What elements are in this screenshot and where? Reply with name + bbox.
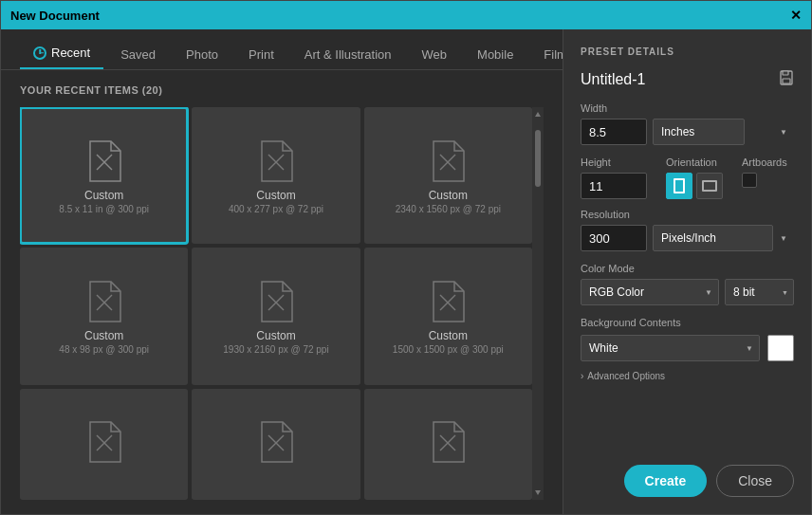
- resolution-row: Pixels/Inch Pixels/Centimeter: [581, 225, 794, 251]
- preset-name: Custom: [429, 189, 468, 202]
- preset-size: 1930 x 2160 px @ 72 ppi: [223, 344, 328, 355]
- tabs-bar: Recent Saved Photo Print Art & Illustrat…: [1, 29, 563, 70]
- bg-select-wrapper: White Black Background Color Transparent…: [581, 335, 760, 361]
- resolution-label: Resolution: [581, 209, 794, 220]
- cancel-button[interactable]: Close: [716, 465, 794, 497]
- dialog-body: Recent Saved Photo Print Art & Illustrat…: [1, 29, 811, 514]
- chevron-right-icon: ›: [581, 371, 583, 381]
- width-unit-select-wrapper: Inches Pixels Centimeters Millimeters Po…: [653, 119, 794, 145]
- presets-grid: Custom 8.5 x 11 in @ 300 ppi Custo: [20, 107, 532, 500]
- new-document-dialog: New Document ✕ Recent Saved Photo: [0, 0, 812, 515]
- save-preset-icon[interactable]: [779, 70, 794, 89]
- orientation-group: Orientation: [666, 156, 723, 199]
- resolution-unit-wrapper: Pixels/Inch Pixels/Centimeter: [653, 225, 794, 251]
- preset-name: Custom: [429, 329, 468, 342]
- landscape-button[interactable]: [696, 173, 723, 199]
- left-panel: Recent Saved Photo Print Art & Illustrat…: [1, 29, 563, 514]
- bottom-buttons: Create Close: [581, 465, 794, 497]
- bg-color-swatch[interactable]: [767, 335, 794, 361]
- orientation-buttons: [666, 173, 723, 199]
- color-mode-label: Color Mode: [581, 263, 794, 274]
- dialog-title: New Document: [10, 9, 100, 23]
- color-mode-row: RGB Color CMYK Color Grayscale Lab Color…: [581, 279, 794, 305]
- bit-depth-select[interactable]: 8 bit 16 bit 32 bit: [725, 279, 794, 305]
- color-mode-select[interactable]: RGB Color CMYK Color Grayscale Lab Color…: [581, 279, 719, 305]
- preset-size: 1500 x 1500 px @ 300 ppi: [393, 344, 504, 355]
- preset-card[interactable]: Custom 8.5 x 11 in @ 300 ppi: [20, 107, 188, 244]
- bg-select[interactable]: White Black Background Color Transparent…: [581, 335, 760, 361]
- preset-size: 400 x 277 px @ 72 ppi: [229, 204, 323, 214]
- preset-card[interactable]: [364, 389, 532, 500]
- height-input[interactable]: [581, 173, 647, 199]
- tab-print[interactable]: Print: [235, 41, 287, 69]
- create-button[interactable]: Create: [624, 465, 708, 497]
- doc-name-row: [581, 70, 794, 89]
- preset-name: Custom: [256, 189, 295, 202]
- artboards-group: Artboards: [742, 156, 787, 188]
- width-row: Inches Pixels Centimeters Millimeters Po…: [581, 119, 794, 145]
- close-icon[interactable]: ✕: [790, 9, 802, 22]
- height-orient-row: Height Orientation Artboards: [581, 156, 794, 199]
- preset-details-label: PRESET DETAILS: [581, 46, 794, 57]
- tab-web[interactable]: Web: [409, 41, 461, 69]
- tab-mobile[interactable]: Mobile: [464, 41, 526, 69]
- preset-card[interactable]: Custom 48 x 98 px @ 300 ppi: [20, 248, 188, 384]
- scroll-thumb[interactable]: [535, 130, 541, 187]
- width-input[interactable]: [581, 119, 647, 145]
- portrait-icon: [674, 178, 685, 193]
- preset-card[interactable]: Custom 400 x 277 px @ 72 ppi: [192, 107, 360, 244]
- preset-card[interactable]: Custom 2340 x 1560 px @ 72 ppi: [364, 107, 532, 244]
- portrait-button[interactable]: [666, 173, 692, 199]
- preset-card[interactable]: Custom 1500 x 1500 px @ 300 ppi: [364, 248, 532, 384]
- preset-name: Custom: [256, 329, 295, 342]
- width-label: Width: [581, 102, 794, 114]
- preset-size: 48 x 98 px @ 300 ppi: [59, 344, 149, 355]
- resolution-input[interactable]: [581, 225, 647, 251]
- height-label: Height: [581, 156, 647, 168]
- resolution-unit-select[interactable]: Pixels/Inch Pixels/Centimeter: [653, 225, 773, 251]
- preset-card[interactable]: Custom 1930 x 2160 px @ 72 ppi: [192, 248, 360, 384]
- advanced-options[interactable]: › Advanced Options: [581, 371, 794, 381]
- preset-card[interactable]: [192, 389, 360, 500]
- tab-art[interactable]: Art & Illustration: [291, 41, 405, 69]
- preset-size: 2340 x 1560 px @ 72 ppi: [396, 204, 501, 214]
- tab-recent[interactable]: Recent: [20, 39, 103, 69]
- scrollbar[interactable]: [532, 107, 544, 500]
- artboards-checkbox[interactable]: [742, 173, 757, 188]
- tab-photo[interactable]: Photo: [173, 41, 231, 69]
- doc-name-input[interactable]: [581, 71, 771, 88]
- tab-film[interactable]: Film & Video: [530, 41, 563, 69]
- orientation-label: Orientation: [666, 156, 723, 168]
- content-area: YOUR RECENT ITEMS (20) Custom: [1, 70, 563, 514]
- bg-contents-row: White Black Background Color Transparent…: [581, 335, 794, 361]
- right-panel: PRESET DETAILS Width Inches: [563, 29, 811, 514]
- tab-saved[interactable]: Saved: [107, 41, 169, 69]
- svg-rect-20: [783, 71, 788, 75]
- landscape-icon: [702, 180, 717, 192]
- preset-card[interactable]: [20, 389, 188, 500]
- height-group: Height: [581, 156, 647, 199]
- bg-contents-label: Background Contents: [581, 317, 794, 328]
- title-bar: New Document ✕: [1, 1, 811, 29]
- preset-name: Custom: [84, 329, 123, 342]
- preset-name: Custom: [84, 189, 123, 202]
- artboards-label: Artboards: [742, 156, 787, 168]
- svg-rect-19: [783, 79, 790, 83]
- preset-size: 8.5 x 11 in @ 300 ppi: [59, 204, 149, 214]
- width-unit-select[interactable]: Inches Pixels Centimeters Millimeters Po…: [653, 119, 745, 145]
- color-mode-select-wrapper: RGB Color CMYK Color Grayscale Lab Color…: [581, 279, 719, 305]
- clock-icon: [33, 46, 46, 60]
- section-title: YOUR RECENT ITEMS (20): [20, 84, 544, 96]
- bit-depth-wrapper: 8 bit 16 bit 32 bit: [725, 279, 794, 305]
